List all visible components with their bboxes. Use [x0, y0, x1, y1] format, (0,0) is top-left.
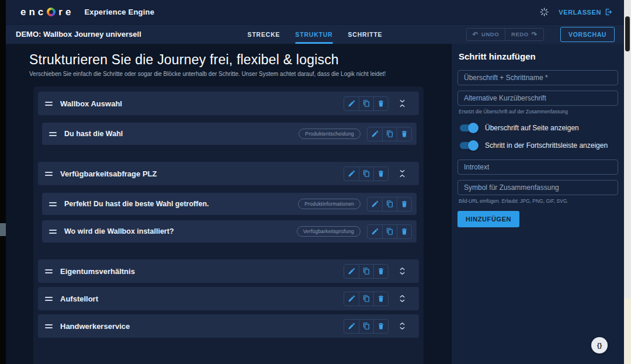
- redo-button[interactable]: REDO ↷: [505, 29, 543, 40]
- drag-handle-icon[interactable]: [45, 268, 53, 275]
- row-actions: [344, 264, 389, 279]
- show-progress-toggle[interactable]: [460, 142, 477, 149]
- collapse-button[interactable]: [389, 169, 415, 178]
- unfold-more-icon: [398, 266, 406, 276]
- unfold-less-icon: [398, 169, 406, 178]
- view-tabs: STRECKE STRUKTUR SCHRITTE: [248, 25, 383, 44]
- edit-button[interactable]: [344, 320, 359, 333]
- delete-button[interactable]: [373, 320, 388, 333]
- expand-button[interactable]: [389, 321, 415, 331]
- preview-button[interactable]: VORSCHAU: [560, 27, 615, 42]
- drag-handle-icon[interactable]: [49, 200, 57, 208]
- structure-editor: Strukturieren Sie die Journey frei, flex…: [6, 44, 451, 364]
- block-header-row[interactable]: Verfügbarkeitsabfrage PLZ: [38, 162, 419, 185]
- row-actions: [367, 127, 412, 141]
- drag-handle-icon[interactable]: [49, 228, 57, 235]
- delete-button[interactable]: [397, 127, 411, 141]
- symbol-input[interactable]: [457, 180, 618, 195]
- step-name-input[interactable]: [457, 70, 618, 85]
- drag-handle-icon[interactable]: [45, 100, 53, 108]
- show-heading-toggle-row: Überschrift auf Seite anzeigen: [460, 124, 618, 132]
- symbol-hint: Bild-URL einfügen. Erlaubt: JPG, PNG, GI…: [459, 198, 618, 204]
- drag-handle-icon[interactable]: [45, 170, 53, 178]
- edit-button[interactable]: [344, 167, 359, 181]
- drag-handle-icon[interactable]: [45, 323, 53, 330]
- tab-strecke[interactable]: STRECKE: [248, 25, 280, 44]
- edit-button[interactable]: [344, 97, 359, 110]
- block-title: Verfügbarkeitsabfrage PLZ: [60, 169, 157, 178]
- background-page-right-edge: [624, 299, 631, 364]
- page-subtitle: Verschieben Sie einfach die Schritte ode…: [29, 71, 451, 77]
- step-row[interactable]: Wo wird die Wallbox installiert? Verfügb…: [42, 220, 417, 242]
- undo-icon: ↶: [473, 31, 479, 38]
- delete-button[interactable]: [397, 225, 411, 238]
- step-row[interactable]: Du hast die Wahl Produktentscheidung: [42, 123, 417, 145]
- duplicate-button[interactable]: [382, 127, 397, 141]
- leave-button[interactable]: VERLASSEN: [559, 8, 612, 16]
- undo-redo-group: ↶ UNDO REDO ↷: [466, 28, 545, 41]
- duplicate-button[interactable]: [382, 225, 397, 238]
- logo-color-ring-icon: [47, 8, 56, 16]
- drag-handle-icon[interactable]: [49, 130, 57, 138]
- duplicate-button[interactable]: [359, 167, 373, 181]
- delete-button[interactable]: [397, 197, 411, 211]
- delete-button[interactable]: [373, 265, 388, 278]
- journey-block: Verfügbarkeitsabfrage PLZ: [38, 162, 419, 242]
- tab-struktur[interactable]: STRUKTUR: [295, 25, 332, 44]
- page-title: Strukturieren Sie die Journey frei, flex…: [29, 52, 451, 68]
- unfold-more-icon: [398, 321, 406, 331]
- duplicate-button[interactable]: [359, 97, 373, 110]
- sparkle-icon: [540, 8, 549, 16]
- scrollbar-thumb[interactable]: [625, 16, 630, 51]
- drag-handle-icon[interactable]: [45, 295, 53, 303]
- duplicate-button[interactable]: [359, 265, 373, 278]
- journey-block: Handwerkerservice: [38, 314, 419, 338]
- tab-schritte[interactable]: SCHRITTE: [348, 25, 383, 44]
- journey-block: Aufstellort: [38, 287, 419, 310]
- duplicate-button[interactable]: [382, 197, 397, 211]
- browser-scrollbar[interactable]: [624, 0, 631, 364]
- row-actions: [344, 167, 389, 181]
- collapse-button[interactable]: [389, 99, 415, 108]
- alt-heading-hint: Ersetzt die Überschrift auf der Zusammen…: [459, 109, 618, 115]
- delete-button[interactable]: [373, 97, 388, 110]
- step-title: Perfekt! Du hast die beste Wahl getroffe…: [64, 200, 209, 208]
- block-header-row[interactable]: Wallbox Auswahl: [38, 92, 419, 115]
- logo-text-post: re: [58, 6, 74, 18]
- redo-icon: ↷: [532, 31, 538, 38]
- delete-button[interactable]: [373, 292, 388, 306]
- duplicate-button[interactable]: [359, 320, 373, 333]
- edit-button[interactable]: [367, 225, 382, 238]
- expand-button[interactable]: [389, 266, 415, 276]
- top-bar: encre Experience Engine VERLASSEN: [6, 0, 624, 25]
- step-row[interactable]: Perfekt! Du hast die beste Wahl getroffe…: [42, 193, 417, 215]
- edit-button[interactable]: [344, 292, 359, 306]
- add-step-panel: Schritt hinzufügen Ersetzt die Überschri…: [451, 44, 624, 364]
- journey-block: Wallbox Auswahl: [38, 92, 419, 145]
- delete-button[interactable]: [373, 167, 388, 181]
- add-step-button[interactable]: HINZUFÜGEN: [457, 211, 519, 227]
- show-heading-toggle[interactable]: [460, 124, 477, 131]
- expand-button[interactable]: [389, 294, 415, 303]
- undo-button[interactable]: ↶ UNDO: [467, 29, 505, 40]
- journey-title: DEMO: Wallbox Journey universell: [16, 30, 141, 39]
- block-header-row[interactable]: Handwerkerservice: [38, 314, 419, 338]
- block-title: Eigentumsverhältnis: [60, 267, 135, 276]
- unfold-more-icon: [398, 294, 406, 303]
- introtext-input[interactable]: [457, 160, 618, 175]
- block-header-row[interactable]: Aufstellort: [38, 287, 419, 310]
- edit-button[interactable]: [367, 197, 382, 211]
- duplicate-button[interactable]: [359, 292, 373, 306]
- edit-button[interactable]: [344, 265, 359, 278]
- toolbar-right-group: ↶ UNDO REDO ↷ VORSCHAU: [466, 27, 615, 42]
- exit-icon: [605, 8, 612, 16]
- step-title: Du hast die Wahl: [64, 130, 123, 138]
- edit-button[interactable]: [367, 127, 382, 141]
- alt-heading-input[interactable]: [457, 91, 618, 106]
- block-header-row[interactable]: Eigentumsverhältnis: [38, 259, 419, 283]
- code-widget-button[interactable]: {}: [591, 337, 608, 353]
- introtext-field-wrap: [457, 160, 618, 175]
- panel-title: Schritt hinzufügen: [459, 51, 618, 61]
- logo-text-pre: enc: [20, 6, 46, 18]
- step-title: Wo wird die Wallbox installiert?: [64, 227, 174, 235]
